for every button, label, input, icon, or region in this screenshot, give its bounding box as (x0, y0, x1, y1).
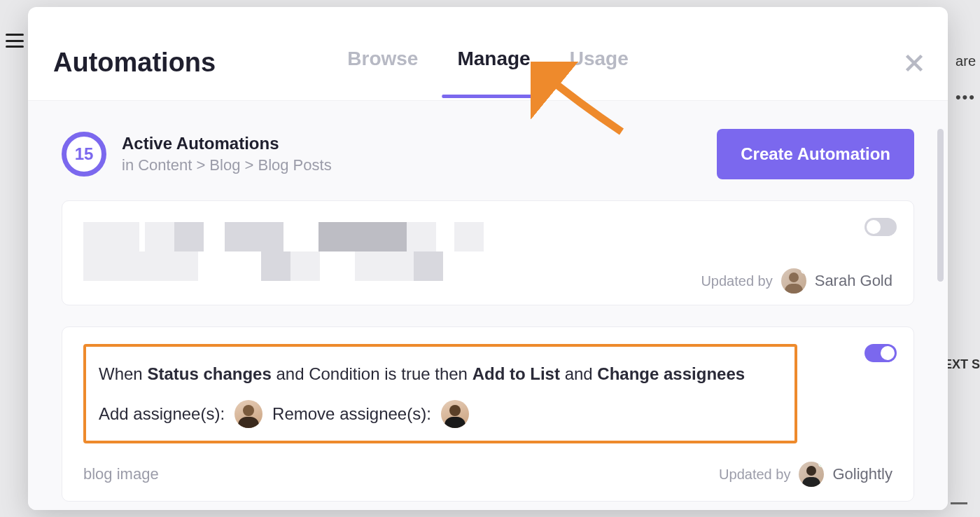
bg-text-are: are (955, 53, 976, 69)
avatar (781, 268, 806, 294)
close-icon[interactable] (902, 50, 927, 76)
presence-dot-offline (801, 268, 806, 274)
modal-header: Automations Browse Manage Usage (28, 7, 948, 101)
tab-usage[interactable]: Usage (570, 48, 629, 97)
redacted-content (83, 222, 892, 251)
create-automation-button[interactable]: Create Automation (717, 129, 914, 179)
summary-heading: Active Automations (122, 134, 332, 153)
updater-name: Golightly (832, 465, 892, 483)
avatar (799, 462, 824, 487)
bg-more-icon: ••• (955, 88, 976, 106)
add-assignees-label: Add assignee(s): (99, 401, 225, 427)
bg-collapse-icon (951, 502, 967, 504)
automations-modal: Automations Browse Manage Usage 15 Activ… (28, 7, 948, 510)
automation-card[interactable]: Updated by Sarah Gold (62, 200, 914, 305)
breadcrumb: in Content > Blog > Blog Posts (122, 156, 332, 174)
rule-assignees: Add assignee(s): Remove assignee(s): (99, 400, 782, 428)
presence-dot-online (818, 462, 824, 467)
avatar (441, 400, 469, 428)
remove-assignees-label: Remove assignee(s): (272, 401, 431, 427)
tab-manage[interactable]: Manage (457, 48, 530, 97)
updater-name: Sarah Gold (815, 272, 892, 290)
automation-card[interactable]: When Status changes and Condition is tru… (62, 326, 914, 502)
avatar (234, 400, 262, 428)
summary-row: 15 Active Automations in Content > Blog … (62, 129, 914, 179)
scrollbar[interactable] (937, 129, 944, 282)
automation-name: blog image (83, 465, 159, 483)
automation-rule-highlight: When Status changes and Condition is tru… (83, 344, 797, 443)
updated-by-label: Updated by (719, 467, 790, 483)
updated-by-label: Updated by (701, 273, 772, 289)
hamburger-icon (6, 34, 24, 48)
tab-browse[interactable]: Browse (347, 48, 418, 97)
automation-toggle[interactable] (864, 218, 897, 236)
modal-title: Automations (53, 48, 216, 78)
automation-count-badge: 15 (62, 132, 106, 177)
bg-text-ext: EXT S (944, 357, 980, 372)
modal-tabs: Browse Manage Usage (347, 48, 628, 97)
automation-toggle[interactable] (864, 344, 897, 362)
modal-body: 15 Active Automations in Content > Blog … (28, 101, 948, 510)
rule-text: When Status changes and Condition is tru… (99, 361, 782, 387)
